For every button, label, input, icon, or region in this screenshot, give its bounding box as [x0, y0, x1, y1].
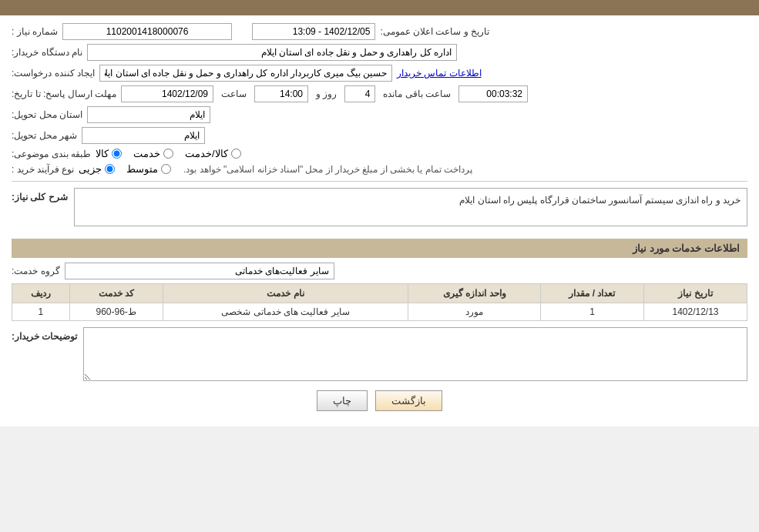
ostan-label: استان محل تحویل:	[12, 109, 82, 120]
col-tedad: تعداد / مقدار	[541, 284, 644, 303]
sharh-section: خرید و راه اندازی سیستم آسانسور ساختمان …	[12, 188, 747, 233]
ostan-input[interactable]	[87, 106, 210, 123]
shomara-niaz-input[interactable]	[62, 23, 232, 40]
col-radif: ردیف	[12, 284, 70, 303]
date-input[interactable]	[121, 85, 213, 102]
now-farayand-label: نوع فرآیند خرید :	[12, 164, 74, 175]
nam-dastgah-input[interactable]	[87, 44, 457, 61]
col-tarikh: تاریخ نیاز	[643, 284, 747, 303]
mohlat-row: ساعت باقی مانده روز و ساعت مهلت ارسال پا…	[12, 85, 747, 102]
cell-vahed: مورد	[408, 303, 541, 321]
col-nam: نام خدمت	[163, 284, 408, 303]
tozihat-section: توضیحات خریدار:	[12, 327, 747, 381]
farayand-radio-group: متوسط جزیی	[79, 163, 171, 175]
roz-value-input[interactable]	[344, 85, 375, 102]
cell-code: ط-96-960	[69, 303, 163, 321]
col-code: کد خدمت	[69, 284, 163, 303]
ostan-row: استان محل تحویل:	[12, 106, 747, 123]
services-table: تاریخ نیاز تعداد / مقدار واحد اندازه گیر…	[12, 283, 747, 321]
section2-title: اطلاعات خدمات مورد نیاز	[12, 239, 747, 258]
gorohe-khadamat-row: گروه خدمت:	[12, 263, 747, 279]
ijad-konande-label: ایجاد کننده درخواست:	[12, 68, 95, 79]
nam-dastgah-label: نام دستگاه خریدار:	[12, 47, 82, 58]
nam-dastgah-row: نام دستگاه خریدار:	[12, 44, 747, 61]
sharh-label: شرح کلی نیاز:	[12, 192, 68, 202]
gorohe-khadamat-input[interactable]	[65, 263, 334, 279]
page-wrapper: تاریخ و ساعت اعلان عمومی: شماره نیاز : ن…	[0, 0, 759, 427]
ijad-konande-input[interactable]	[99, 65, 392, 82]
announce-value-input[interactable]	[252, 23, 375, 40]
mohlat-label: مهلت ارسال پاسخ: تا تاریخ:	[12, 89, 116, 99]
page-header	[0, 0, 759, 15]
tabaqe-label: طبقه بندی موضوعی:	[12, 149, 91, 159]
print-button[interactable]: چاپ	[317, 390, 368, 411]
tozihat-textarea[interactable]	[83, 327, 747, 381]
radio-khadamat[interactable]: خدمت	[133, 148, 173, 159]
radio-motavaset[interactable]: متوسط	[126, 163, 171, 175]
ijad-konande-row: اطلاعات تماس خریدار ایجاد کننده درخواست:	[12, 65, 747, 82]
cell-tedad: 1	[541, 303, 644, 321]
roz-label: روز و	[316, 89, 337, 99]
separator-1	[12, 181, 747, 182]
now-farayand-row: پرداخت تمام یا بخشی از مبلغ خریدار از مح…	[12, 163, 747, 175]
shahr-input[interactable]	[82, 127, 205, 144]
now-description: پرداخت تمام یا بخشی از مبلغ خریدار از مح…	[183, 164, 472, 175]
cell-radif: 1	[12, 303, 70, 321]
jozvi-label: جزیی	[79, 163, 102, 175]
button-row: بازگشت چاپ	[12, 390, 747, 411]
shahr-row: شهر محل تحویل:	[12, 127, 747, 144]
saat-mande-input[interactable]	[458, 85, 528, 102]
sharh-text: خرید و راه اندازی سیستم آسانسور ساختمان …	[459, 195, 741, 206]
tabaqe-radio-group: کالا/خدمت خدمت کالا	[96, 148, 241, 159]
cell-tarikh: 1402/12/13	[643, 303, 747, 321]
top-info-row: تاریخ و ساعت اعلان عمومی: شماره نیاز :	[12, 23, 747, 40]
tozihat-label: توضیحات خریدار:	[12, 331, 77, 342]
ettelaat-tamas-link[interactable]: اطلاعات تماس خریدار	[397, 68, 482, 79]
motavaset-label: متوسط	[126, 163, 158, 175]
shomara-niaz-label: شماره نیاز :	[12, 26, 58, 37]
kala-label: کالا	[96, 148, 109, 159]
main-content: تاریخ و ساعت اعلان عمومی: شماره نیاز : ن…	[0, 15, 759, 427]
sharh-box: خرید و راه اندازی سیستم آسانسور ساختمان …	[74, 188, 747, 226]
kala-khadamat-label: کالا/خدمت	[185, 148, 228, 159]
cell-name: سایر فعالیت های خدماتی شخصی	[163, 303, 408, 321]
radio-kala-khadamat[interactable]: کالا/خدمت	[185, 148, 241, 159]
announce-label: تاریخ و ساعت اعلان عمومی:	[380, 26, 489, 37]
table-header: تاریخ نیاز تعداد / مقدار واحد اندازه گیر…	[12, 284, 747, 303]
gorohe-label: گروه خدمت:	[12, 266, 60, 276]
khadamat-label: خدمت	[133, 148, 160, 159]
saat-label: ساعت	[221, 89, 247, 99]
saat-value-input[interactable]	[254, 85, 308, 102]
tabaqe-row: کالا/خدمت خدمت کالا طبقه بندی موضوعی:	[12, 148, 747, 159]
col-vahed: واحد اندازه گیری	[408, 284, 541, 303]
saat-mande-label: ساعت باقی مانده	[383, 89, 451, 99]
shahr-label: شهر محل تحویل:	[12, 130, 77, 141]
table-body: 1402/12/13 1 مورد سایر فعالیت های خدماتی…	[12, 303, 747, 321]
back-button[interactable]: بازگشت	[375, 390, 442, 411]
radio-jozvi[interactable]: جزیی	[79, 163, 115, 175]
radio-kala[interactable]: کالا	[96, 148, 122, 159]
table-row: 1402/12/13 1 مورد سایر فعالیت های خدماتی…	[12, 303, 747, 321]
